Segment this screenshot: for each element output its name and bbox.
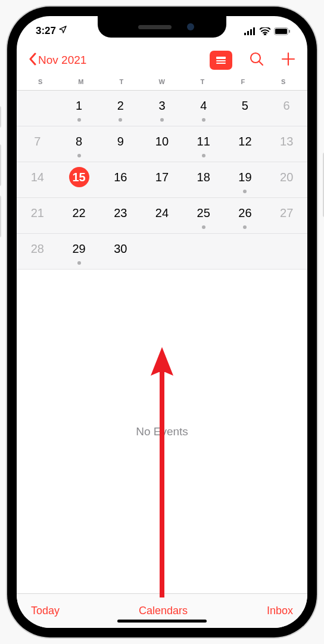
- event-indicator-dot: [243, 190, 247, 193]
- svg-rect-10: [216, 60, 226, 61]
- toolbar-right: [210, 51, 295, 70]
- home-indicator[interactable]: [117, 620, 207, 623]
- weekday-label: T: [182, 78, 223, 85]
- svg-rect-3: [253, 27, 255, 35]
- wifi-icon: [260, 27, 270, 35]
- events-area[interactable]: No Events: [17, 270, 307, 593]
- day-number: 20: [276, 167, 297, 187]
- notch: [98, 16, 226, 38]
- day-cell[interactable]: 20: [266, 162, 307, 198]
- day-number: 3: [152, 95, 172, 116]
- day-cell[interactable]: 16: [99, 162, 141, 198]
- screen: 3:27: [17, 16, 307, 628]
- day-cell[interactable]: 9: [99, 126, 141, 162]
- weekday-row: S M T W T F S: [17, 75, 307, 91]
- calendars-button[interactable]: Calendars: [139, 605, 188, 617]
- list-view-icon: [214, 55, 228, 66]
- weekday-label: W: [142, 78, 182, 85]
- status-right: [244, 27, 291, 35]
- day-cell[interactable]: 5: [225, 91, 266, 126]
- day-cell[interactable]: 26: [225, 198, 266, 234]
- day-number: 7: [27, 131, 48, 151]
- day-cell[interactable]: 24: [141, 198, 183, 234]
- day-cell[interactable]: 25: [183, 198, 225, 234]
- svg-point-4: [264, 33, 266, 35]
- day-cell: [225, 234, 266, 270]
- inbox-button[interactable]: Inbox: [267, 605, 293, 617]
- silent-switch: [0, 106, 1, 128]
- day-cell[interactable]: 6: [266, 91, 307, 126]
- back-button[interactable]: Nov 2021: [29, 52, 86, 69]
- day-cell[interactable]: 2: [99, 91, 141, 126]
- today-button[interactable]: Today: [31, 605, 60, 617]
- day-cell[interactable]: 22: [58, 198, 100, 234]
- no-events-label: No Events: [136, 425, 188, 438]
- day-number: 16: [110, 167, 130, 187]
- phone-body: 3:27: [7, 7, 317, 637]
- day-cell: [183, 234, 225, 270]
- day-number: 23: [110, 203, 130, 223]
- battery-icon: [274, 27, 291, 35]
- list-view-toggle[interactable]: [210, 51, 232, 70]
- day-number: 21: [27, 203, 48, 223]
- day-cell[interactable]: 27: [266, 198, 307, 234]
- day-cell[interactable]: 14: [17, 162, 58, 198]
- day-cell[interactable]: 7: [17, 126, 58, 162]
- event-indicator-dot: [77, 261, 81, 265]
- day-cell[interactable]: 10: [141, 126, 183, 162]
- day-number: 17: [152, 167, 172, 187]
- day-cell[interactable]: 1: [58, 91, 100, 126]
- day-number: 30: [110, 239, 130, 259]
- day-cell[interactable]: 21: [17, 198, 58, 234]
- day-number: 27: [276, 203, 297, 223]
- day-number: 13: [276, 131, 297, 151]
- day-cell[interactable]: 28: [17, 234, 58, 270]
- event-indicator-dot: [202, 118, 205, 122]
- day-cell: [17, 91, 58, 126]
- day-cell[interactable]: 3: [141, 91, 183, 126]
- location-arrow-icon: [58, 25, 67, 37]
- day-number: 28: [27, 239, 48, 259]
- event-indicator-dot: [77, 118, 81, 122]
- day-number: 18: [194, 167, 214, 187]
- weekday-label: F: [223, 78, 263, 85]
- day-cell[interactable]: 11: [183, 126, 225, 162]
- front-camera: [187, 23, 194, 30]
- svg-rect-7: [289, 30, 290, 33]
- svg-rect-2: [250, 29, 252, 35]
- svg-rect-1: [247, 31, 249, 35]
- status-time: 3:27: [36, 25, 56, 37]
- day-cell[interactable]: 12: [225, 126, 266, 162]
- chevron-left-icon: [29, 52, 37, 69]
- add-event-button[interactable]: [281, 52, 295, 69]
- weekday-label: T: [101, 78, 142, 85]
- day-cell[interactable]: 30: [99, 234, 141, 270]
- day-cell[interactable]: 8: [58, 126, 100, 162]
- day-cell[interactable]: 15: [58, 162, 100, 198]
- day-number: 9: [110, 131, 130, 151]
- weekday-label: M: [61, 78, 101, 85]
- svg-rect-0: [244, 33, 246, 35]
- day-cell[interactable]: 13: [266, 126, 307, 162]
- volume-up-button: [0, 144, 1, 186]
- day-cell[interactable]: 29: [58, 234, 100, 270]
- search-icon: [249, 51, 264, 67]
- event-indicator-dot: [119, 118, 122, 122]
- event-indicator-dot: [160, 118, 164, 122]
- day-cell[interactable]: 23: [99, 198, 141, 234]
- day-number: 2: [110, 95, 130, 116]
- svg-rect-9: [216, 57, 226, 59]
- search-button[interactable]: [249, 51, 264, 69]
- day-cell[interactable]: 18: [183, 162, 225, 198]
- day-cell[interactable]: 4: [183, 91, 225, 126]
- day-number: 29: [69, 239, 89, 259]
- svg-line-13: [259, 61, 263, 65]
- day-number: 11: [194, 131, 214, 151]
- svg-rect-6: [275, 29, 287, 34]
- day-number: 5: [235, 95, 255, 116]
- day-cell[interactable]: 17: [141, 162, 183, 198]
- day-cell[interactable]: 19: [225, 162, 266, 198]
- day-number: 10: [152, 131, 172, 151]
- month-label: Nov 2021: [38, 54, 86, 67]
- day-number: 15: [69, 167, 89, 187]
